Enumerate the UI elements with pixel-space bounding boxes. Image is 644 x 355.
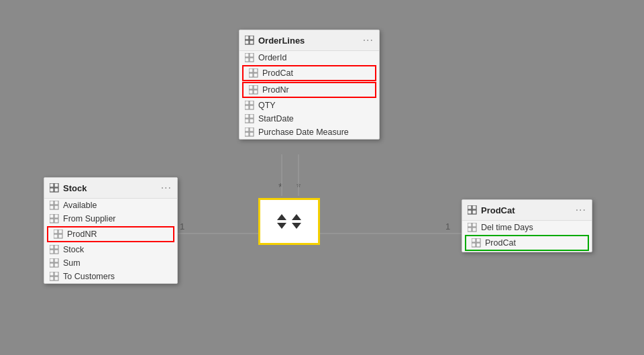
orderlines-field-pdm: Purchase Date Measure	[258, 128, 349, 137]
stock-table-icon	[50, 183, 59, 193]
svg-rect-62	[468, 227, 472, 232]
orderlines-row-purchasedatemeasure[interactable]: Purchase Date Measure	[239, 125, 379, 139]
svg-rect-42	[54, 234, 58, 238]
stock-row-tocustomers[interactable]: To Customers	[44, 270, 177, 283]
label-prodcat-1: 1	[445, 221, 450, 232]
svg-rect-40	[54, 230, 58, 234]
prodcat-row-deltimedays[interactable]: Del time Days	[462, 221, 592, 234]
svg-rect-54	[50, 276, 54, 281]
svg-rect-53	[54, 272, 58, 276]
orderlines-row-orderid[interactable]: OrderId	[239, 51, 379, 64]
stock-row-prodnr[interactable]: ProdNR	[48, 227, 173, 241]
svg-rect-6	[245, 58, 249, 62]
svg-rect-2	[245, 40, 249, 44]
orderlines-header: OrderLines ···	[239, 30, 379, 51]
svg-rect-20	[245, 114, 249, 118]
svg-rect-29	[54, 183, 58, 187]
svg-rect-44	[50, 245, 54, 249]
stock-menu[interactable]: ···	[161, 182, 172, 194]
orderlines-row-prodcat[interactable]: ProdCat	[244, 66, 375, 80]
svg-rect-22	[245, 119, 249, 123]
svg-rect-41	[58, 230, 62, 234]
svg-rect-25	[250, 128, 254, 132]
svg-rect-8	[249, 68, 253, 72]
svg-rect-66	[472, 243, 476, 247]
arrow-up-left	[277, 214, 286, 220]
svg-rect-57	[472, 205, 476, 209]
svg-rect-10	[249, 73, 253, 77]
stock-title: Stock	[63, 183, 87, 193]
orderlines-field-prodcat: ProdCat	[262, 68, 293, 78]
stock-field-tocustomers: To Customers	[63, 272, 115, 281]
stock-row-sum[interactable]: Sum	[44, 256, 177, 270]
arrow-down-right	[292, 223, 301, 229]
prodcat-header: ProdCat ···	[462, 200, 592, 221]
field-icon-pdm	[245, 128, 254, 137]
svg-rect-38	[50, 219, 54, 223]
field-icon-prodnr	[249, 85, 258, 95]
svg-rect-52	[50, 272, 54, 276]
field-icon-deltimedays	[468, 223, 477, 232]
svg-rect-36	[50, 214, 54, 218]
stock-field-prodnr: ProdNR	[67, 230, 97, 239]
svg-rect-50	[50, 263, 54, 267]
prodcat-row-prodcat[interactable]: ProdCat	[466, 236, 588, 250]
prodcat-field-deltimedays: Del time Days	[481, 223, 533, 232]
svg-rect-43	[58, 234, 62, 238]
junction-arrow-right	[292, 214, 301, 229]
svg-rect-37	[54, 214, 58, 218]
svg-rect-5	[250, 53, 254, 57]
stock-row-prodnr-highlight: ProdNR	[47, 226, 174, 242]
svg-rect-23	[250, 119, 254, 123]
arrow-down-left	[277, 223, 286, 229]
svg-rect-51	[54, 263, 58, 267]
svg-rect-1	[250, 36, 254, 40]
junction-box[interactable]	[258, 198, 320, 245]
svg-rect-46	[50, 250, 54, 254]
field-icon-prodcat-field	[472, 238, 481, 248]
svg-rect-47	[54, 250, 58, 254]
svg-rect-64	[472, 238, 476, 242]
svg-rect-56	[468, 205, 472, 209]
svg-rect-18	[245, 105, 249, 109]
field-icon-stock-prodnr	[54, 230, 63, 239]
svg-rect-3	[250, 40, 254, 44]
orderlines-field-prodnr: ProdNr	[262, 85, 289, 95]
field-icon-orderid	[245, 53, 254, 62]
orderlines-menu[interactable]: ···	[363, 34, 374, 46]
orderlines-field-startdate: StartDate	[258, 114, 294, 123]
svg-rect-30	[50, 188, 54, 192]
stock-header: Stock ···	[44, 178, 177, 199]
stock-field-fromsupplier: From Supplier	[63, 214, 116, 223]
orderlines-table: OrderLines ··· OrderId	[239, 30, 380, 140]
svg-rect-33	[54, 201, 58, 205]
field-icon-stock	[50, 245, 59, 254]
svg-rect-59	[472, 210, 476, 214]
svg-rect-0	[245, 36, 249, 40]
stock-field-stock: Stock	[63, 245, 84, 254]
prodcat-field-prodcat: ProdCat	[485, 238, 516, 248]
prodcat-menu[interactable]: ···	[576, 204, 586, 216]
svg-rect-32	[50, 201, 54, 205]
field-icon-available	[50, 201, 59, 210]
field-icon-sum	[50, 258, 59, 268]
svg-rect-13	[254, 85, 258, 89]
stock-row-stock[interactable]: Stock	[44, 243, 177, 256]
orderlines-row-prodnr-highlight: ProdNr	[242, 82, 376, 98]
stock-row-fromsupplier[interactable]: From Supplier	[44, 212, 177, 225]
svg-rect-35	[54, 205, 58, 209]
svg-rect-49	[54, 258, 58, 262]
orderlines-row-startdate[interactable]: StartDate	[239, 112, 379, 125]
canvas: * * 1 1 OrderLines	[0, 0, 644, 355]
svg-rect-17	[250, 101, 254, 105]
svg-rect-11	[254, 73, 258, 77]
stock-row-available[interactable]: Available	[44, 199, 177, 212]
svg-rect-45	[54, 245, 58, 249]
orderlines-row-prodnr[interactable]: ProdNr	[244, 83, 375, 97]
orderlines-row-qty[interactable]: QTY	[239, 99, 379, 112]
junction-arrow-left	[277, 214, 286, 229]
svg-rect-63	[472, 227, 476, 232]
orderlines-field-orderid: OrderId	[258, 53, 286, 62]
svg-rect-14	[249, 90, 253, 94]
stock-field-available: Available	[63, 201, 97, 210]
